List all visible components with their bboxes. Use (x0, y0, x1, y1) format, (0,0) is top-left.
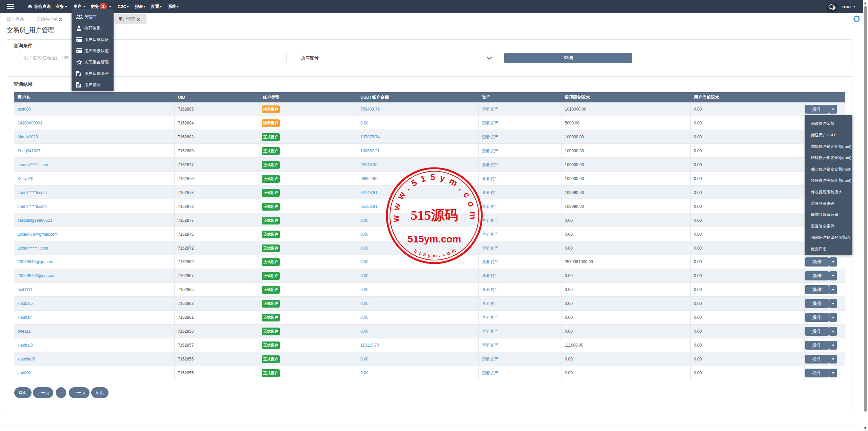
svg-text:515源码: 515源码 (411, 208, 458, 223)
svg-text:515ym.com: 515ym.com (408, 234, 461, 244)
